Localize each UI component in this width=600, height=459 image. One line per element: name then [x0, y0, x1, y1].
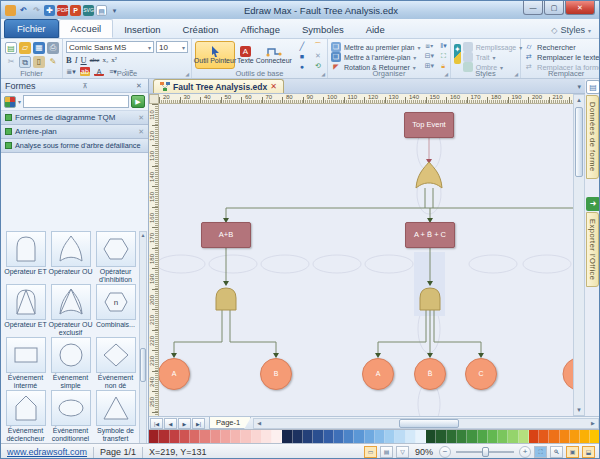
- pin-icon[interactable]: ⊼: [80, 82, 89, 90]
- node-leaf-c[interactable]: C: [465, 358, 497, 390]
- horizontal-scrollbar[interactable]: ◀ ▶: [253, 418, 599, 429]
- zoom-slider[interactable]: [456, 451, 514, 453]
- shape-item[interactable]: Opérateur OU exclusif: [48, 284, 93, 337]
- color-swatch[interactable]: [180, 430, 190, 443]
- delete-tool-icon[interactable]: ✕: [315, 52, 321, 60]
- node-leaf-bbar[interactable]: B̄: [414, 358, 446, 390]
- tab-création[interactable]: Création: [172, 21, 230, 38]
- horizontal-scroll-thumb[interactable]: [399, 419, 459, 428]
- more-icon[interactable]: ▾: [109, 5, 120, 16]
- color-swatch[interactable]: [272, 430, 282, 443]
- color-swatch[interactable]: [241, 430, 251, 443]
- color-swatch[interactable]: [467, 430, 477, 443]
- bold-button[interactable]: B: [66, 55, 72, 65]
- color-swatch[interactable]: [365, 430, 375, 443]
- next-page-button[interactable]: ▶: [178, 418, 191, 429]
- section-fault-tree[interactable]: Analyse sous forme d'arbre défaillance: [1, 139, 148, 153]
- zoom-out-button[interactable]: −: [439, 446, 451, 458]
- shape-item[interactable]: Événement non dé: [93, 337, 138, 390]
- scroll-right-icon[interactable]: ▶: [588, 419, 598, 428]
- zoom-area-button[interactable]: 🔍︎: [550, 446, 563, 458]
- font-size-select[interactable]: 10▾: [156, 41, 188, 53]
- color-swatch[interactable]: [395, 430, 405, 443]
- shape-item[interactable]: Opérateur d'inhibition: [93, 231, 138, 284]
- group-icon[interactable]: ⧈▾: [426, 42, 434, 50]
- first-page-button[interactable]: |◀: [150, 418, 163, 429]
- tab-affichage[interactable]: Affichage: [230, 21, 291, 38]
- italic-button[interactable]: I: [75, 55, 78, 65]
- close-button[interactable]: ✕: [565, 1, 595, 15]
- section-background[interactable]: Arrière-plan ✕: [1, 125, 148, 139]
- tab-list-dropdown-icon[interactable]: ▾: [577, 83, 581, 93]
- color-swatch[interactable]: [498, 430, 508, 443]
- edrawsoft-link[interactable]: www.edrawsoft.com: [1, 447, 87, 457]
- section-close-icon[interactable]: ✕: [138, 128, 144, 136]
- color-swatch[interactable]: [406, 430, 416, 443]
- search-go-button[interactable]: ▶: [131, 95, 145, 108]
- drawing-canvas[interactable]: Top Event A+B A + B̄ + C A B A B̄ C: [159, 104, 573, 416]
- distribute-icon[interactable]: ‖▾: [440, 42, 446, 50]
- bring-to-front-button[interactable]: ❏ Mettre au premier plan▾: [331, 42, 420, 52]
- panel-close-icon[interactable]: ✕: [134, 82, 144, 90]
- color-swatch[interactable]: [590, 430, 600, 443]
- shape-item[interactable]: nCombinais...: [93, 284, 138, 337]
- color-swatch[interactable]: [313, 430, 323, 443]
- theme-icon[interactable]: ✦: [454, 44, 461, 64]
- prev-page-button[interactable]: ◀: [164, 418, 177, 429]
- color-swatch[interactable]: [375, 430, 385, 443]
- color-swatch[interactable]: [334, 430, 344, 443]
- tab-aide[interactable]: Aide: [355, 21, 396, 38]
- node-leaf-b1[interactable]: B: [260, 358, 292, 390]
- font-dialog-launcher[interactable]: ◢: [185, 71, 189, 77]
- open-folder-icon[interactable]: ▱: [19, 42, 31, 54]
- save-icon[interactable]: [5, 5, 16, 16]
- scroll-up-icon[interactable]: ▲: [574, 95, 584, 105]
- color-swatch[interactable]: [262, 430, 272, 443]
- side-tab-export-office[interactable]: Exporter l'Office: [586, 212, 599, 287]
- color-swatch[interactable]: [211, 430, 221, 443]
- color-swatch[interactable]: [416, 430, 426, 443]
- color-swatch[interactable]: [293, 430, 303, 443]
- color-swatch[interactable]: [447, 430, 457, 443]
- shape-item[interactable]: Événement déclencheur: [3, 390, 48, 443]
- color-swatch[interactable]: [170, 430, 180, 443]
- tab-accueil[interactable]: Accueil: [59, 19, 114, 38]
- shape-data-icon[interactable]: ▤: [586, 80, 600, 94]
- connector-tool-button[interactable]: Connecteur: [256, 41, 292, 69]
- color-swatch[interactable]: [549, 430, 559, 443]
- shape-item[interactable]: Opérateur OU: [48, 231, 93, 284]
- section-tqm[interactable]: Formes de diagramme TQM ✕: [1, 111, 148, 125]
- arrange-dialog-launcher[interactable]: ◢: [444, 71, 448, 77]
- color-swatch[interactable]: [231, 430, 241, 443]
- undo-icon[interactable]: ↶: [18, 5, 29, 16]
- color-swatch[interactable]: [488, 430, 498, 443]
- tab-close-icon[interactable]: ✕: [270, 82, 277, 91]
- node-branch-left[interactable]: A+B: [201, 222, 251, 248]
- vertical-scroll-thumb[interactable]: [575, 107, 583, 177]
- styles-dialog-launcher[interactable]: ◢: [514, 71, 518, 77]
- color-swatch[interactable]: [385, 430, 395, 443]
- color-swatch[interactable]: [539, 430, 549, 443]
- basic-tools-dialog-launcher[interactable]: ◢: [321, 71, 325, 77]
- line-tool-icon[interactable]: ╱: [300, 42, 305, 51]
- find-button[interactable]: ⌭ Rechercher: [524, 42, 600, 52]
- fit-window-button[interactable]: ⛶: [534, 446, 547, 458]
- color-swatch[interactable]: [344, 430, 354, 443]
- paste-icon[interactable]: ▯: [33, 56, 45, 68]
- shape-item[interactable]: Symbole de transfert: [93, 390, 138, 443]
- color-swatch[interactable]: [200, 430, 210, 443]
- scroll-up-icon[interactable]: ▲: [140, 232, 146, 238]
- panel-scroll-thumb[interactable]: [140, 348, 146, 382]
- underline-button[interactable]: U: [81, 55, 87, 65]
- document-tab[interactable]: Fault Tree Analysis.edx ✕: [153, 79, 284, 93]
- color-swatch[interactable]: [303, 430, 313, 443]
- color-swatch[interactable]: [354, 430, 364, 443]
- svg-icon[interactable]: SVG: [83, 5, 94, 16]
- node-top-event[interactable]: Top Event: [404, 112, 454, 138]
- node-leaf-a2[interactable]: A: [362, 358, 394, 390]
- color-swatch[interactable]: [436, 430, 446, 443]
- node-branch-right[interactable]: A + B̄ + C: [405, 222, 455, 248]
- shape-item[interactable]: Événement intermé: [3, 337, 48, 390]
- panel-scrollbar[interactable]: ▲ ▼: [139, 231, 147, 459]
- new-doc-icon[interactable]: ▤: [96, 5, 107, 16]
